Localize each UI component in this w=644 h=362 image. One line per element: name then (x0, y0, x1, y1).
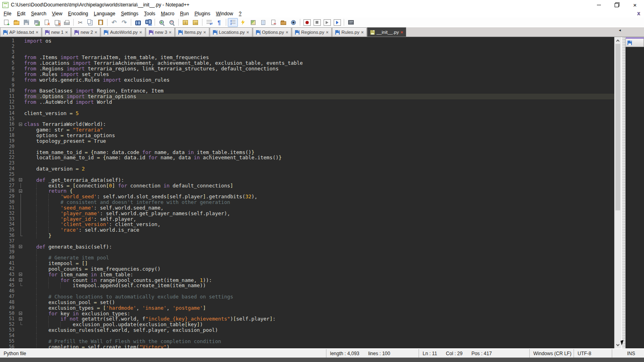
menu-item-plugins[interactable]: Plugins (192, 10, 213, 17)
monitoring-button[interactable] (288, 18, 298, 27)
replace-button[interactable] (143, 18, 153, 27)
tab-close-icon[interactable]: × (139, 30, 142, 35)
tab-ap-ideas-txt[interactable]: AP Ideas.txt× (0, 27, 41, 37)
tab-close-icon[interactable]: × (169, 30, 171, 35)
menu-item-language[interactable]: Language (91, 10, 118, 17)
fold-collapse-icon[interactable] (19, 273, 22, 276)
tab-close-icon[interactable]: × (95, 30, 97, 35)
menu-item-run[interactable]: Run (177, 10, 192, 17)
status-insert-mode[interactable]: INS (612, 349, 644, 358)
scrollbar-thumb[interactable] (615, 44, 620, 210)
word-wrap-button[interactable] (204, 18, 214, 27)
status-eol-format[interactable]: Windows (CR LF) (529, 349, 574, 358)
play-macro-button[interactable] (322, 18, 332, 27)
close-window-button[interactable]: × (626, 0, 644, 10)
tab-options-py[interactable]: Options.py× (253, 27, 291, 37)
close-button[interactable] (41, 18, 52, 27)
menu-item-file[interactable]: File (1, 10, 14, 17)
run-macro-multiple-button[interactable] (332, 18, 342, 27)
tab-close-icon[interactable]: × (36, 30, 38, 35)
redo-button[interactable]: ↷ (119, 18, 129, 27)
function-list-button[interactable] (238, 18, 248, 27)
menu-item-view[interactable]: View (49, 10, 65, 17)
fold-collapse-icon[interactable] (19, 123, 22, 126)
code-editor[interactable]: 1import os234from .Items import Terraria… (0, 37, 614, 348)
second-view-partial-tab[interactable] (625, 37, 644, 47)
record-macro-button[interactable] (302, 18, 312, 27)
menu-item-edit[interactable]: Edit (14, 10, 28, 17)
status-encoding[interactable]: UTF-8 (574, 349, 612, 358)
restore-button[interactable] (608, 0, 626, 10)
scrollbar-down-arrow-icon[interactable] (615, 341, 621, 348)
open-file-button[interactable] (11, 18, 21, 27)
minimize-button[interactable] (590, 0, 608, 10)
show-all-chars-button[interactable]: ¶ (214, 18, 224, 27)
menu-item-help[interactable]: ? (236, 10, 244, 17)
tab-regions-py[interactable]: Regions.py× (292, 27, 332, 37)
menu-item-tools[interactable]: Tools (141, 10, 158, 17)
fold-collapse-icon[interactable] (19, 189, 22, 193)
menu-item-settings[interactable]: Settings (118, 10, 141, 17)
cut-button[interactable]: ✂ (75, 18, 85, 27)
zoom-in-button[interactable] (157, 18, 167, 27)
zoom-out-button[interactable] (167, 18, 177, 27)
save-macro-button[interactable] (346, 18, 356, 27)
tab-scroll-left-icon[interactable]: ◄ (618, 29, 621, 32)
print-button[interactable] (62, 18, 72, 27)
stop-macro-button[interactable] (312, 18, 322, 27)
tab-close-icon[interactable]: × (400, 30, 403, 35)
find-button[interactable] (133, 18, 143, 27)
code-text: game: str = "Terraria" (24, 127, 614, 133)
tab-new-3[interactable]: new 3× (146, 27, 175, 37)
tab-close-icon[interactable]: × (246, 30, 249, 35)
document-list-button[interactable] (258, 18, 268, 27)
close-all-button[interactable] (52, 18, 62, 27)
new-file-button[interactable] (1, 18, 11, 27)
menu-item-window[interactable]: Window (213, 10, 236, 17)
sync-vertical-button[interactable] (180, 18, 190, 27)
menu-item-search[interactable]: Search (28, 10, 49, 17)
indent-guide (48, 205, 49, 211)
print-icon (64, 22, 70, 25)
code-text: 'player_id': self.player, (24, 216, 614, 222)
save-all-button[interactable] (31, 18, 41, 27)
tab-close-icon[interactable]: × (326, 30, 328, 35)
indent-guide (48, 316, 49, 322)
line-number: 38 (0, 244, 18, 250)
tab-locations-py[interactable]: Locations.py× (210, 27, 252, 37)
tab-new-1[interactable]: new 1× (42, 27, 71, 37)
tab-close-icon[interactable]: × (65, 30, 68, 35)
tab--init-py[interactable]: __init__.py× (367, 27, 406, 37)
tab-autoworld-py[interactable]: AutoWorld.py× (101, 27, 145, 37)
indent-guide-button[interactable] (228, 18, 238, 27)
save-button[interactable] (21, 18, 31, 27)
copy-button[interactable] (85, 18, 95, 27)
close-all-docs-icon (55, 20, 59, 25)
fold-collapse-icon[interactable] (19, 312, 22, 315)
macro-script-button[interactable] (268, 18, 278, 27)
tab-new-2[interactable]: new 2× (71, 27, 100, 37)
fold-collapse-icon[interactable] (19, 278, 22, 282)
fold-collapse-icon[interactable] (19, 317, 22, 321)
tab-label: new 3 (155, 30, 167, 35)
tab-close-icon[interactable]: × (203, 30, 206, 35)
scrollbar-track[interactable] (615, 44, 621, 341)
folder-as-workspace-button[interactable] (278, 18, 288, 27)
sync-horizontal-button[interactable] (190, 18, 200, 27)
paste-button[interactable] (95, 18, 105, 27)
fold-collapse-icon[interactable] (19, 178, 22, 181)
tab-rules-py[interactable]: Rules.py× (332, 27, 367, 37)
view-splitter[interactable] (622, 37, 625, 348)
tab-close-icon[interactable]: × (286, 30, 288, 35)
menu-item-macro[interactable]: Macro (158, 10, 177, 17)
menu-item-encoding[interactable]: Encoding (65, 10, 91, 17)
tab-items-py[interactable]: Items.py× (175, 27, 209, 37)
tab-close-icon[interactable]: × (361, 30, 363, 35)
vertical-scrollbar[interactable] (614, 37, 621, 348)
second-view-editor[interactable] (625, 47, 644, 348)
scrollbar-up-arrow-icon[interactable] (615, 37, 621, 44)
fold-collapse-icon[interactable] (19, 245, 22, 248)
code-line: 48 exclusion_pool = set() (0, 300, 614, 305)
document-map-button[interactable] (248, 18, 258, 27)
undo-button[interactable]: ↶ (109, 18, 119, 27)
